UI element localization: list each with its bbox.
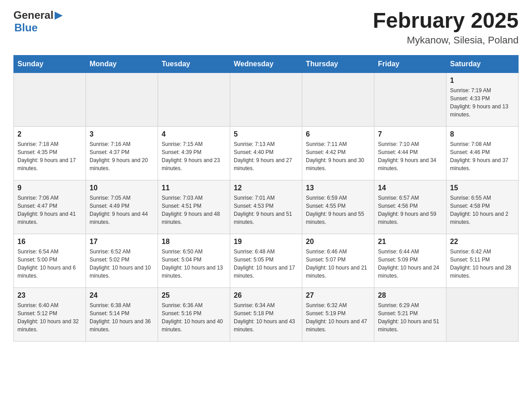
calendar-cell [374,73,446,126]
calendar-cell: 22Sunrise: 6:42 AM Sunset: 5:11 PM Dayli… [446,234,519,287]
week-row-3: 9Sunrise: 7:06 AM Sunset: 4:47 PM Daylig… [14,180,519,234]
weekday-header-saturday: Saturday [446,55,519,73]
svg-marker-0 [55,12,63,20]
calendar-cell: 15Sunrise: 6:55 AM Sunset: 4:58 PM Dayli… [446,180,519,234]
day-number: 5 [234,130,298,138]
calendar-cell [158,73,230,126]
day-info: Sunrise: 6:44 AM Sunset: 5:09 PM Dayligh… [378,248,442,280]
calendar-cell: 10Sunrise: 7:05 AM Sunset: 4:49 PM Dayli… [86,180,158,234]
day-info: Sunrise: 7:11 AM Sunset: 4:42 PM Dayligh… [306,140,370,172]
day-number: 19 [234,238,298,246]
weekday-header-tuesday: Tuesday [158,55,230,73]
calendar-cell: 8Sunrise: 7:08 AM Sunset: 4:46 PM Daylig… [446,126,519,180]
day-info: Sunrise: 7:03 AM Sunset: 4:51 PM Dayligh… [162,194,226,226]
day-number: 15 [450,184,515,192]
day-number: 7 [378,130,442,138]
day-number: 28 [378,291,442,300]
weekday-header-thursday: Thursday [302,55,374,73]
day-number: 4 [162,130,226,138]
calendar-cell: 13Sunrise: 6:59 AM Sunset: 4:55 PM Dayli… [302,180,374,234]
day-info: Sunrise: 7:16 AM Sunset: 4:37 PM Dayligh… [90,140,154,172]
logo-general-text: General [13,9,53,21]
day-number: 26 [234,291,298,300]
day-number: 18 [162,238,226,246]
day-info: Sunrise: 6:52 AM Sunset: 5:02 PM Dayligh… [90,248,154,280]
day-info: Sunrise: 7:06 AM Sunset: 4:47 PM Dayligh… [17,194,82,226]
calendar-cell: 18Sunrise: 6:50 AM Sunset: 5:04 PM Dayli… [158,234,230,287]
day-info: Sunrise: 6:46 AM Sunset: 5:07 PM Dayligh… [306,248,370,280]
calendar-cell [230,73,302,126]
day-info: Sunrise: 6:40 AM Sunset: 5:12 PM Dayligh… [17,301,82,334]
day-number: 13 [306,184,370,192]
day-number: 2 [17,130,82,138]
day-info: Sunrise: 6:42 AM Sunset: 5:11 PM Dayligh… [450,248,515,280]
day-number: 25 [162,291,226,300]
calendar-cell [14,73,86,126]
day-number: 20 [306,238,370,246]
day-number: 8 [450,130,515,138]
day-info: Sunrise: 6:59 AM Sunset: 4:55 PM Dayligh… [306,194,370,226]
calendar-cell: 23Sunrise: 6:40 AM Sunset: 5:12 PM Dayli… [14,287,86,341]
day-info: Sunrise: 7:13 AM Sunset: 4:40 PM Dayligh… [234,140,298,172]
day-info: Sunrise: 7:18 AM Sunset: 4:35 PM Dayligh… [17,140,82,172]
day-number: 3 [90,130,154,138]
day-number: 27 [306,291,370,300]
calendar-cell: 17Sunrise: 6:52 AM Sunset: 5:02 PM Dayli… [86,234,158,287]
week-row-4: 16Sunrise: 6:54 AM Sunset: 5:00 PM Dayli… [14,234,519,287]
logo: General Blue [13,9,63,34]
calendar-cell: 26Sunrise: 6:34 AM Sunset: 5:18 PM Dayli… [230,287,302,341]
calendar-cell: 12Sunrise: 7:01 AM Sunset: 4:53 PM Dayli… [230,180,302,234]
calendar-cell: 21Sunrise: 6:44 AM Sunset: 5:09 PM Dayli… [374,234,446,287]
day-info: Sunrise: 6:54 AM Sunset: 5:00 PM Dayligh… [17,248,82,280]
calendar-cell [446,287,519,341]
day-number: 21 [378,238,442,246]
day-info: Sunrise: 6:36 AM Sunset: 5:16 PM Dayligh… [162,301,226,334]
day-info: Sunrise: 6:48 AM Sunset: 5:05 PM Dayligh… [234,248,298,280]
day-number: 10 [90,184,154,192]
calendar-cell: 16Sunrise: 6:54 AM Sunset: 5:00 PM Dayli… [14,234,86,287]
day-info: Sunrise: 7:08 AM Sunset: 4:46 PM Dayligh… [450,140,515,172]
title-section: February 2025 Mykanow, Silesia, Poland [373,9,519,46]
calendar-cell [302,73,374,126]
day-info: Sunrise: 7:01 AM Sunset: 4:53 PM Dayligh… [234,194,298,226]
month-title: February 2025 [373,9,519,33]
calendar-cell: 27Sunrise: 6:32 AM Sunset: 5:19 PM Dayli… [302,287,374,341]
calendar-cell: 7Sunrise: 7:10 AM Sunset: 4:44 PM Daylig… [374,126,446,180]
calendar-cell: 2Sunrise: 7:18 AM Sunset: 4:35 PM Daylig… [14,126,86,180]
calendar-cell: 3Sunrise: 7:16 AM Sunset: 4:37 PM Daylig… [86,126,158,180]
day-info: Sunrise: 6:38 AM Sunset: 5:14 PM Dayligh… [90,301,154,334]
calendar-cell: 20Sunrise: 6:46 AM Sunset: 5:07 PM Dayli… [302,234,374,287]
day-info: Sunrise: 6:50 AM Sunset: 5:04 PM Dayligh… [162,248,226,280]
calendar-table: SundayMondayTuesdayWednesdayThursdayFrid… [13,55,519,342]
calendar-cell: 28Sunrise: 6:29 AM Sunset: 5:21 PM Dayli… [374,287,446,341]
calendar-cell: 19Sunrise: 6:48 AM Sunset: 5:05 PM Dayli… [230,234,302,287]
day-info: Sunrise: 7:05 AM Sunset: 4:49 PM Dayligh… [90,194,154,226]
calendar-cell: 11Sunrise: 7:03 AM Sunset: 4:51 PM Dayli… [158,180,230,234]
calendar-cell: 14Sunrise: 6:57 AM Sunset: 4:56 PM Dayli… [374,180,446,234]
day-info: Sunrise: 7:19 AM Sunset: 4:33 PM Dayligh… [450,86,515,119]
weekday-header-monday: Monday [86,55,158,73]
day-number: 12 [234,184,298,192]
day-info: Sunrise: 6:57 AM Sunset: 4:56 PM Dayligh… [378,194,442,226]
weekday-header-sunday: Sunday [14,55,86,73]
day-number: 16 [17,238,82,246]
calendar-cell: 5Sunrise: 7:13 AM Sunset: 4:40 PM Daylig… [230,126,302,180]
day-number: 22 [450,238,515,246]
calendar-cell [86,73,158,126]
page-header: General Blue February 2025 Mykanow, Sile… [13,9,519,46]
day-info: Sunrise: 6:29 AM Sunset: 5:21 PM Dayligh… [378,301,442,334]
day-info: Sunrise: 6:32 AM Sunset: 5:19 PM Dayligh… [306,301,370,334]
week-row-5: 23Sunrise: 6:40 AM Sunset: 5:12 PM Dayli… [14,287,519,341]
day-info: Sunrise: 7:15 AM Sunset: 4:39 PM Dayligh… [162,140,226,172]
day-number: 1 [450,77,515,85]
calendar-cell: 1Sunrise: 7:19 AM Sunset: 4:33 PM Daylig… [446,73,519,126]
day-number: 17 [90,238,154,246]
day-number: 23 [17,291,82,300]
logo-triangle-icon [55,12,63,21]
day-number: 11 [162,184,226,192]
week-row-2: 2Sunrise: 7:18 AM Sunset: 4:35 PM Daylig… [14,126,519,180]
location-title: Mykanow, Silesia, Poland [373,34,519,46]
day-number: 24 [90,291,154,300]
week-row-1: 1Sunrise: 7:19 AM Sunset: 4:33 PM Daylig… [14,73,519,126]
day-info: Sunrise: 7:10 AM Sunset: 4:44 PM Dayligh… [378,140,442,172]
